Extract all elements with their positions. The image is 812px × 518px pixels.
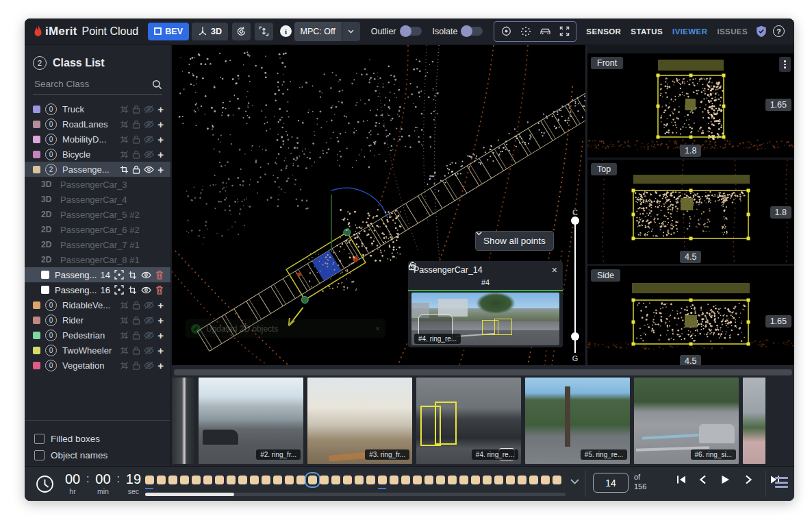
object-list-item[interactable]: 2D PassengerCar_8 #1 — [25, 252, 170, 267]
add-object-button[interactable]: + — [157, 119, 164, 130]
add-object-button[interactable]: + — [157, 149, 164, 160]
timeline-frame[interactable] — [459, 476, 468, 484]
timeline-frame[interactable] — [203, 476, 212, 484]
timeline-frame[interactable] — [483, 476, 492, 484]
gear-icon[interactable] — [408, 261, 418, 271]
timeline-frame[interactable] — [238, 476, 247, 484]
timeline-frame[interactable] — [506, 476, 515, 484]
crop-icon[interactable] — [120, 316, 129, 325]
eye-visibility-icon[interactable] — [144, 316, 154, 325]
eye-visibility-icon[interactable] — [144, 301, 154, 310]
fullscreen-icon[interactable] — [559, 26, 570, 36]
camera-thumbnail[interactable]: #3. ring_fr... — [307, 378, 412, 464]
ceiling-ground-slider[interactable]: C G — [568, 208, 583, 362]
eye-visibility-icon[interactable] — [144, 331, 154, 340]
timeline-frame[interactable] — [227, 476, 236, 484]
object-names-checkbox[interactable]: Object names — [34, 447, 107, 463]
lock-icon[interactable] — [132, 331, 140, 340]
timeline-frame[interactable] — [518, 476, 526, 484]
eye-visibility-icon[interactable] — [144, 346, 154, 355]
slider-top-handle[interactable] — [571, 217, 579, 225]
filled-boxes-checkbox[interactable]: Filled boxes — [34, 430, 107, 447]
lock-icon[interactable] — [132, 346, 140, 355]
timeline-frame[interactable] — [273, 476, 282, 484]
timeline-frame-selected[interactable] — [308, 476, 317, 484]
class-row[interactable]: 0 Rider + — [25, 312, 170, 328]
timeline-frame[interactable] — [529, 476, 538, 484]
eye-visibility-icon[interactable] — [144, 105, 154, 114]
timeline-frame[interactable] — [541, 476, 550, 484]
popup-camera-tab[interactable]: #4 — [408, 278, 563, 291]
crop-icon[interactable] — [120, 135, 129, 144]
popup-camera-image[interactable]: #4. ring_re... — [411, 293, 559, 345]
lock-icon[interactable] — [132, 165, 140, 174]
trash-icon[interactable] — [155, 271, 164, 280]
camera-thumbnail[interactable]: #5. ring_re... — [525, 378, 630, 464]
add-object-button[interactable]: + — [157, 134, 164, 145]
timeline-frame[interactable] — [192, 476, 201, 484]
lock-icon[interactable] — [132, 105, 140, 114]
skip-to-start-button[interactable] — [676, 475, 687, 486]
nav-issues[interactable]: ISSUES — [717, 27, 748, 36]
lock-icon[interactable] — [132, 120, 140, 129]
selected-object-row[interactable]: Passeng... 16 — [25, 282, 170, 297]
add-object-button[interactable]: + — [157, 345, 164, 356]
object-list-item[interactable]: 2D PassengerCar_6 #2 — [25, 222, 170, 237]
trash-icon[interactable] — [155, 286, 164, 295]
nav-status[interactable]: STATUS — [631, 27, 663, 36]
class-row[interactable]: 0 Truck + — [25, 101, 170, 116]
camera-thumbnail[interactable] — [743, 378, 765, 464]
info-icon[interactable]: i — [280, 25, 292, 37]
timeline-frame[interactable] — [180, 476, 189, 484]
object-checkbox[interactable] — [41, 286, 49, 294]
class-row[interactable]: 0 TwoWheeler + — [25, 343, 170, 358]
camera-thumbnail[interactable]: #4. ring_re... — [416, 378, 521, 464]
eye-icon[interactable] — [141, 271, 151, 280]
object-list-item[interactable]: 3D PassengerCar_3 — [25, 177, 170, 192]
eye-visibility-icon[interactable] — [144, 361, 154, 370]
timeline-frame[interactable] — [296, 476, 305, 484]
crop-icon[interactable] — [120, 301, 129, 310]
show-all-points-dropdown[interactable]: Show all points — [475, 231, 554, 251]
class-row[interactable]: 0 Bicycle + — [25, 147, 170, 162]
add-object-button[interactable]: + — [157, 360, 164, 371]
timeline-collapse-button[interactable] — [570, 476, 579, 486]
bev-view-button[interactable]: BEV — [148, 23, 189, 40]
eye-visibility-icon[interactable] — [144, 165, 154, 174]
lock-icon[interactable] — [132, 135, 140, 144]
timeline-frame[interactable] — [262, 476, 270, 484]
point-cloud-icon[interactable] — [520, 26, 531, 36]
timeline-frame[interactable] — [553, 476, 561, 484]
object-list-item[interactable]: 3D PassengerCar_4 — [25, 192, 170, 207]
add-object-button[interactable]: + — [157, 300, 164, 310]
timeline-frame[interactable] — [390, 476, 398, 484]
timeline-frame[interactable] — [157, 476, 166, 484]
focus-icon[interactable] — [114, 270, 124, 280]
object-camera-popup[interactable]: PassengerCar_14 × #4 — [408, 261, 563, 347]
search-class-field[interactable] — [33, 78, 162, 95]
crop-icon[interactable] — [120, 150, 129, 159]
side-view[interactable]: Side 1.65 4.5 — [587, 266, 794, 365]
focus-icon[interactable] — [114, 285, 124, 295]
class-row[interactable]: 2 Passenge... + — [25, 162, 170, 177]
timeline-frame[interactable] — [471, 476, 480, 484]
camera-thumbnail[interactable]: #2. ring_fr... — [199, 378, 303, 464]
eye-visibility-icon[interactable] — [144, 150, 154, 159]
add-object-button[interactable]: + — [157, 104, 164, 114]
crop-icon[interactable] — [120, 120, 129, 129]
timeline-frame[interactable] — [145, 476, 154, 484]
timeline-frame[interactable] — [320, 476, 329, 484]
timeline-frame[interactable] — [494, 476, 503, 484]
fit-to-frame-button[interactable] — [255, 23, 273, 40]
timeline-scrollbar-thumb[interactable] — [145, 493, 234, 496]
camera-thumbnail[interactable] — [172, 378, 194, 464]
nav-iviewer[interactable]: IVIEWER — [672, 27, 707, 36]
outlier-toggle[interactable] — [401, 27, 422, 36]
timeline-scrollbar[interactable] — [145, 493, 566, 496]
search-icon[interactable] — [152, 79, 162, 90]
object-checkbox[interactable] — [41, 271, 49, 279]
timeline-frame[interactable] — [285, 476, 294, 484]
front-view[interactable]: Front 1.65 1.8 — [587, 53, 794, 158]
lock-icon[interactable] — [132, 150, 140, 159]
crop-icon[interactable] — [128, 286, 137, 295]
